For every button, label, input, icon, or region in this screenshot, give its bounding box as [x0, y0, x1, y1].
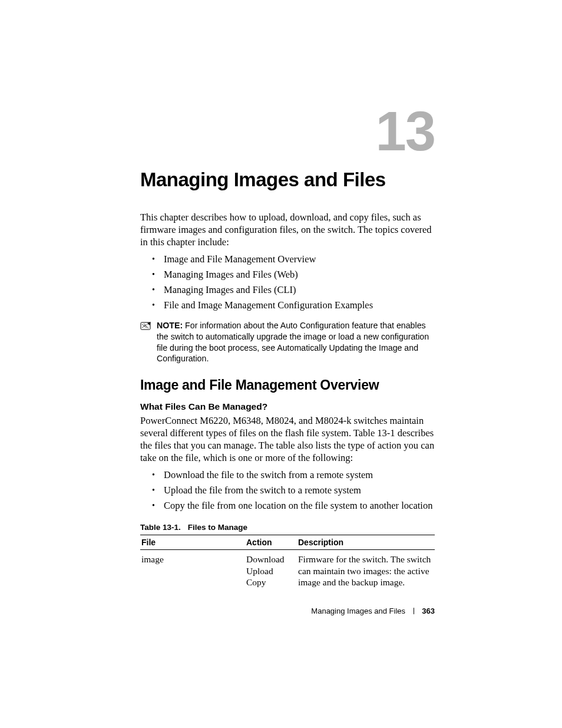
footer-title: Managing Images and Files	[311, 607, 405, 615]
note-text: NOTE: For information about the Auto Con…	[157, 320, 435, 364]
section-heading: Image and File Management Overview	[140, 377, 435, 393]
topics-list: Image and File Management Overview Manag…	[140, 253, 435, 312]
note-label: NOTE:	[157, 321, 183, 330]
content-area: Managing Images and Files This chapter d…	[140, 169, 435, 590]
list-item: File and Image Management Configuration …	[140, 299, 435, 312]
intro-paragraph: This chapter describes how to upload, do…	[140, 211, 435, 248]
page: 13 Managing Images and Files This chapte…	[0, 0, 562, 728]
page-footer: Managing Images and Files 363	[311, 607, 435, 615]
note-block: NOTE: For information about the Auto Con…	[140, 320, 435, 364]
table-caption-label: Table 13-1.	[140, 523, 181, 532]
actions-list: Download the file to the switch from a r…	[140, 469, 435, 512]
col-header-description: Description	[297, 535, 435, 550]
col-header-action: Action	[245, 535, 297, 550]
list-item: Copy the file from one location on the f…	[140, 499, 435, 512]
cell-description: Firmware for the switch. The switch can …	[297, 550, 435, 591]
table-row: image Download Upload Copy Firmware for …	[140, 550, 435, 591]
list-item: Managing Images and Files (Web)	[140, 268, 435, 281]
table-caption-title: Files to Manage	[188, 523, 247, 532]
list-item: Upload the file from the switch to a rem…	[140, 484, 435, 497]
footer-separator	[414, 608, 414, 614]
chapter-title: Managing Images and Files	[140, 169, 435, 191]
col-header-file: File	[140, 535, 245, 550]
subsection-heading: What Files Can Be Managed?	[140, 401, 435, 412]
list-item: Managing Images and Files (CLI)	[140, 284, 435, 297]
files-table: File Action Description image Download U…	[140, 535, 435, 590]
table-caption: Table 13-1.Files to Manage	[140, 523, 435, 532]
page-number: 363	[422, 607, 435, 615]
overview-paragraph: PowerConnect M6220, M6348, M8024, and M8…	[140, 414, 435, 464]
list-item: Download the file to the switch from a r…	[140, 469, 435, 482]
cell-file: image	[140, 550, 245, 591]
chapter-number: 13	[375, 104, 435, 159]
list-item: Image and File Management Overview	[140, 253, 435, 266]
cell-action: Download Upload Copy	[245, 550, 297, 591]
table-header-row: File Action Description	[140, 535, 435, 550]
note-icon	[140, 321, 152, 331]
note-body: For information about the Auto Configura…	[157, 321, 429, 363]
